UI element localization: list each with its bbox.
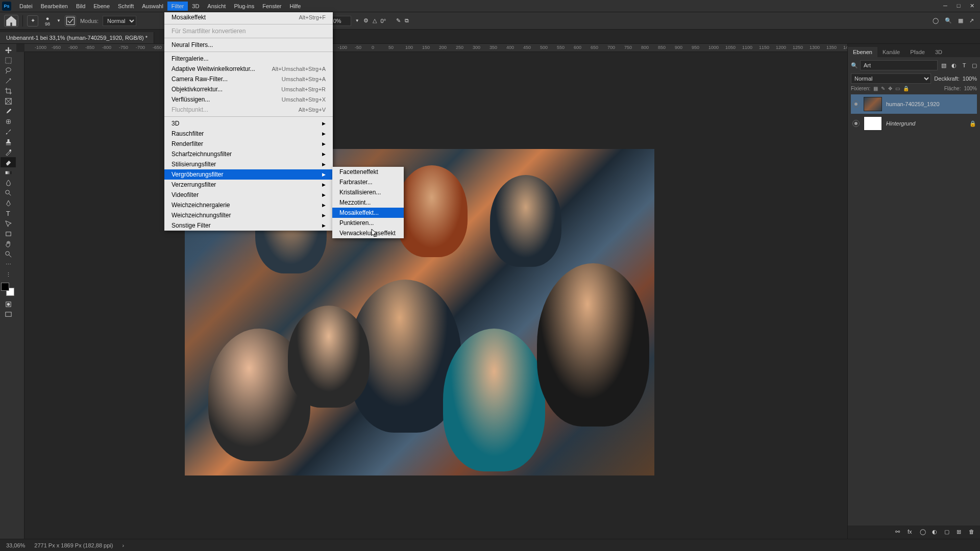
gradient-tool[interactable] <box>1 167 16 178</box>
mask-icon[interactable]: ◯ <box>920 529 927 536</box>
menu-select[interactable]: Auswahl <box>138 2 167 11</box>
tab-3d[interactable]: 3D <box>930 47 947 57</box>
menu-item-lens[interactable]: Objektivkorrektur...Umschalt+Strg+R <box>164 84 333 94</box>
submenu-mezzotint[interactable]: Mezzotint... <box>332 197 404 208</box>
adjustment-icon[interactable]: ◐ <box>932 529 939 536</box>
menu-help[interactable]: Hilfe <box>285 2 305 11</box>
minimize-icon[interactable]: ─ <box>942 3 948 9</box>
quickmask-tool[interactable] <box>1 299 16 309</box>
menu-item-other[interactable]: Sonstige Filter▶ <box>164 220 333 231</box>
menu-view[interactable]: Ansicht <box>203 2 230 11</box>
submenu-facet[interactable]: Facetteneffekt <box>332 167 404 177</box>
menu-type[interactable]: Schrift <box>114 2 138 11</box>
brush-picker-chevron[interactable]: ▼ <box>57 18 61 23</box>
lasso-tool[interactable] <box>1 65 16 76</box>
foreground-color[interactable] <box>1 283 9 291</box>
wand-tool[interactable] <box>1 76 16 86</box>
layer-name[interactable]: human-740259_1920 <box>886 101 940 107</box>
close-icon[interactable]: ✕ <box>969 3 975 9</box>
angle-value[interactable]: 0° <box>381 18 386 24</box>
layer-blend-select[interactable]: Normal <box>851 73 931 84</box>
eyedropper-tool[interactable] <box>1 106 16 116</box>
ruler-horizontal[interactable]: -1000-950-900-850-800-750-700-650-600-55… <box>24 44 847 52</box>
move-tool[interactable] <box>1 45 16 55</box>
share-icon[interactable]: ↗ <box>969 17 974 24</box>
marquee-tool[interactable] <box>1 55 16 65</box>
layer-row[interactable]: human-740259_1920 <box>851 94 977 114</box>
submenu-pointillize[interactable]: Punktieren... <box>332 218 404 228</box>
maximize-icon[interactable]: □ <box>955 3 962 9</box>
menu-item-neural[interactable]: Neural Filters... <box>164 40 333 50</box>
fx-icon[interactable]: fx <box>908 529 915 536</box>
menu-layer[interactable]: Ebene <box>89 2 114 11</box>
filter-adjust-icon[interactable]: ◐ <box>950 61 958 69</box>
pressure-icon[interactable]: ✎ <box>396 17 401 24</box>
crop-tool[interactable] <box>1 86 16 96</box>
zoom-level[interactable]: 33,06% <box>6 542 25 548</box>
edit-toolbar[interactable]: ⋮ <box>1 269 16 280</box>
submenu-fragment[interactable]: Verwackelungseffekt <box>332 228 404 238</box>
fill-value[interactable]: 100% <box>964 86 977 91</box>
frame-tool[interactable] <box>1 96 16 106</box>
symmetry-icon[interactable]: ⧉ <box>405 17 409 24</box>
menu-item-sharpen[interactable]: Scharfzeichnungsfilter▶ <box>164 149 333 159</box>
menu-item-video[interactable]: Videofilter▶ <box>164 190 333 200</box>
hand-tool[interactable] <box>1 239 16 249</box>
new-layer-icon[interactable]: ⊞ <box>957 529 964 536</box>
workspace-icon[interactable]: ▦ <box>958 17 963 24</box>
smoothing-chevron[interactable]: ▼ <box>355 18 359 23</box>
more-tools[interactable]: ⋯ <box>1 259 16 269</box>
menu-item-adaptive[interactable]: Adaptive Weitwinkelkorrektur...Alt+Umsch… <box>164 64 333 74</box>
menu-plugins[interactable]: Plug-ins <box>230 2 258 11</box>
filter-shape-icon[interactable]: ▢ <box>970 61 978 69</box>
type-tool[interactable]: T <box>1 208 16 218</box>
submenu-mosaic[interactable]: Mosaikeffekt... <box>332 208 404 218</box>
submenu-crystallize[interactable]: Kristallisieren... <box>332 187 404 197</box>
menu-window[interactable]: Fenster <box>258 2 285 11</box>
screenmode-tool[interactable] <box>1 309 16 319</box>
canvas-area[interactable]: -1000-950-900-850-800-750-700-650-600-55… <box>16 44 847 539</box>
opacity-value[interactable]: 100% <box>963 76 977 82</box>
stamp-tool[interactable] <box>1 137 16 147</box>
menu-item-smartfilter[interactable]: Für Smartfilter konvertieren <box>164 26 333 36</box>
lock-pos-icon[interactable]: ✥ <box>888 86 892 91</box>
menu-item-gallery[interactable]: Filtergalerie... <box>164 54 333 64</box>
group-icon[interactable]: ▢ <box>944 529 951 536</box>
menu-item-pixelate[interactable]: Vergröberungsfilter▶ <box>164 169 333 180</box>
lock-trans-icon[interactable]: ▦ <box>873 86 878 91</box>
cloud-icon[interactable]: ◯ <box>933 17 939 24</box>
info-chevron[interactable]: › <box>122 542 124 548</box>
menu-file[interactable]: Datei <box>15 2 37 11</box>
ruler-vertical[interactable] <box>16 52 24 539</box>
layer-thumbnail[interactable] <box>864 97 882 111</box>
menu-item-distort[interactable]: Verzerrungsfilter▶ <box>164 180 333 190</box>
tab-channels[interactable]: Kanäle <box>877 47 905 57</box>
lock-all-icon[interactable]: 🔒 <box>903 86 909 91</box>
search-icon[interactable]: 🔍 <box>945 17 952 24</box>
menu-item-noise[interactable]: Rauschfilter▶ <box>164 129 333 139</box>
tab-paths[interactable]: Pfade <box>905 47 930 57</box>
menu-3d[interactable]: 3D <box>188 2 203 11</box>
menu-filter[interactable]: Filter <box>167 2 188 11</box>
layer-row[interactable]: Hintergrund 🔒 <box>851 114 977 133</box>
blend-mode-select[interactable]: Normal <box>103 16 136 26</box>
layer-thumbnail[interactable] <box>864 116 882 131</box>
menu-item-blurgallery[interactable]: Weichzeichnergalerie▶ <box>164 200 333 210</box>
menu-image[interactable]: Bild <box>72 2 89 11</box>
brush-settings-icon[interactable] <box>65 15 76 27</box>
home-button[interactable] <box>4 15 18 27</box>
lock-paint-icon[interactable]: ✎ <box>881 86 885 91</box>
link-icon[interactable]: ⚯ <box>895 529 902 536</box>
gear-icon[interactable]: ⚙ <box>363 17 369 24</box>
lock-icon[interactable]: 🔒 <box>969 120 975 127</box>
pen-tool[interactable] <box>1 198 16 208</box>
menu-item-render[interactable]: Renderfilter▶ <box>164 139 333 149</box>
path-tool[interactable] <box>1 218 16 229</box>
menu-item-vanish[interactable]: Fluchtpunkt...Alt+Strg+V <box>164 105 333 115</box>
rectangle-tool[interactable] <box>1 229 16 239</box>
document-tab[interactable]: Unbenannt-1 bei 33,1% (human-740259_1920… <box>0 32 154 43</box>
lock-nest-icon[interactable]: ▭ <box>895 86 900 91</box>
dodge-tool[interactable] <box>1 188 16 198</box>
trash-icon[interactable]: 🗑 <box>969 529 976 536</box>
filter-type-icon[interactable]: T <box>960 61 968 69</box>
